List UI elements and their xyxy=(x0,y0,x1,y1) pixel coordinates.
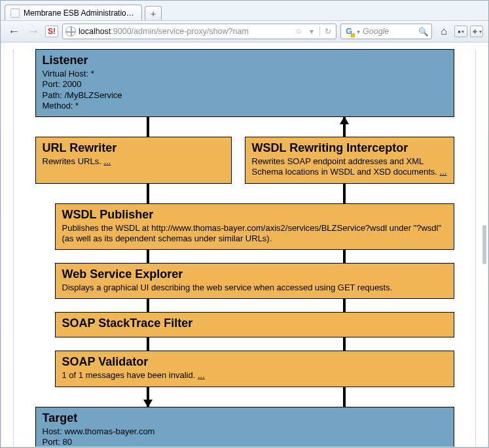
new-tab-button[interactable]: + xyxy=(145,6,162,20)
wsdl-rewriting-box[interactable]: WSDL Rewriting Interceptor Rewrites SOAP… xyxy=(245,137,454,184)
connector-band-5 xyxy=(35,337,454,351)
url-text: localhost:9000/admin/service-proxy/show?… xyxy=(79,27,249,36)
target-details: Host: www.thomas-bayer.com Port: 80 xyxy=(43,426,447,447)
connector-band-1 xyxy=(35,117,454,137)
tab-bar: Membrane ESB Administration BLZServi... … xyxy=(1,1,488,20)
target-title: Target xyxy=(43,411,447,425)
url-bar[interactable]: localhost:9000/admin/service-proxy/show?… xyxy=(62,24,336,39)
connector-band-4 xyxy=(35,299,454,312)
listener-title: Listener xyxy=(43,54,447,67)
url-rewriter-box[interactable]: URL Rewriter Rewrites URLs. ... xyxy=(35,137,232,184)
reload-icon[interactable]: ↻ xyxy=(323,27,333,36)
arrow-up-icon xyxy=(340,116,349,124)
wsdl-publisher-box[interactable]: WSDL Publisher Publishes the WSDL at htt… xyxy=(55,203,454,250)
url-rewriter-desc: Rewrites URLs. xyxy=(43,156,104,166)
wsdl-publisher-title: WSDL Publisher xyxy=(62,208,447,222)
url-host: localhost xyxy=(79,27,111,36)
stylish-button[interactable]: S! xyxy=(45,26,58,37)
tab-favicon xyxy=(10,9,20,18)
globe-icon xyxy=(65,26,76,37)
wsdl-rewriting-desc: Rewrites SOAP endpoint addresses and XML… xyxy=(252,156,440,177)
forward-button[interactable]: → xyxy=(26,24,41,39)
home-button[interactable]: ⌂ xyxy=(436,24,452,39)
feed-icon: ✦ xyxy=(471,27,479,37)
search-box[interactable]: G ▾ Google 🔍 xyxy=(340,24,432,39)
soap-validator-box[interactable]: SOAP Validator 1 of 1 messages have been… xyxy=(55,351,454,387)
arrow-left-icon: ← xyxy=(8,25,20,39)
tab-active[interactable]: Membrane ESB Administration BLZServi... xyxy=(5,5,142,20)
plus-icon: + xyxy=(151,9,156,18)
back-button[interactable]: ← xyxy=(6,24,22,39)
soap-validator-desc: 1 of 1 messages have been invalid. xyxy=(62,370,198,380)
web-service-explorer-desc: Displays a graphical UI describing the w… xyxy=(62,283,447,293)
connector-band-3 xyxy=(35,250,454,263)
connector-band-6 xyxy=(35,387,454,407)
arrow-right-icon: → xyxy=(27,25,39,39)
home-icon: ⌂ xyxy=(441,26,447,37)
bookmark-icon: ▪ xyxy=(458,27,461,37)
arrow-down-icon xyxy=(143,400,153,407)
bookmarks-menu-button[interactable]: ▪ ▾ xyxy=(454,26,467,37)
content-viewport: Listener Virtual Host: * Port: 2000 Path… xyxy=(1,43,488,447)
stylish-icon: S! xyxy=(48,27,56,36)
url-rewriter-title: URL Rewriter xyxy=(43,141,225,155)
web-service-explorer-title: Web Service Explorer xyxy=(62,267,447,281)
url-dropdown-icon[interactable]: ▾ xyxy=(306,27,317,36)
scrollbar[interactable] xyxy=(482,225,486,264)
search-placeholder: Google xyxy=(363,27,389,36)
chevron-down-icon[interactable]: ▾ xyxy=(357,28,360,35)
url-rewriter-more-link[interactable]: ... xyxy=(103,156,111,166)
listener-box[interactable]: Listener Virtual Host: * Port: 2000 Path… xyxy=(35,49,454,117)
search-icon[interactable]: 🔍 xyxy=(418,27,429,37)
tab-title: Membrane ESB Administration BLZServi... xyxy=(24,9,136,18)
wsdl-rewriting-title: WSDL Rewriting Interceptor xyxy=(252,141,447,155)
url-rest: :9000/admin/service-proxy/show?nam xyxy=(111,27,249,36)
flow-diagram: Listener Virtual Host: * Port: 2000 Path… xyxy=(13,49,476,447)
bookmark-star-icon[interactable]: ☆ xyxy=(293,27,304,36)
soap-stacktrace-title: SOAP StackTrace Filter xyxy=(62,317,447,330)
connector-band-2 xyxy=(35,184,454,203)
page: Listener Virtual Host: * Port: 2000 Path… xyxy=(1,43,488,447)
target-box[interactable]: Target Host: www.thomas-bayer.com Port: … xyxy=(35,407,454,447)
feeds-button[interactable]: ✦ ▾ xyxy=(470,26,483,37)
toolbar-right: ⌂ ▪ ▾ ✦ ▾ xyxy=(436,24,483,39)
wsdl-publisher-desc: Publishes the WSDL at http://www.thomas-… xyxy=(62,223,447,245)
toolbar: ← → S! localhost:9000/admin/service-prox… xyxy=(1,20,488,43)
soap-validator-more-link[interactable]: ... xyxy=(198,370,205,380)
soap-validator-title: SOAP Validator xyxy=(62,355,447,369)
search-engine-icon[interactable]: G xyxy=(344,26,354,37)
soap-stacktrace-box[interactable]: SOAP StackTrace Filter xyxy=(55,312,454,337)
browser-window: Membrane ESB Administration BLZServi... … xyxy=(0,0,489,448)
web-service-explorer-box[interactable]: Web Service Explorer Displays a graphica… xyxy=(55,263,454,299)
wsdl-rewriting-more-link[interactable]: ... xyxy=(440,167,447,177)
listener-details: Virtual Host: * Port: 2000 Path: /MyBLZS… xyxy=(43,69,447,111)
